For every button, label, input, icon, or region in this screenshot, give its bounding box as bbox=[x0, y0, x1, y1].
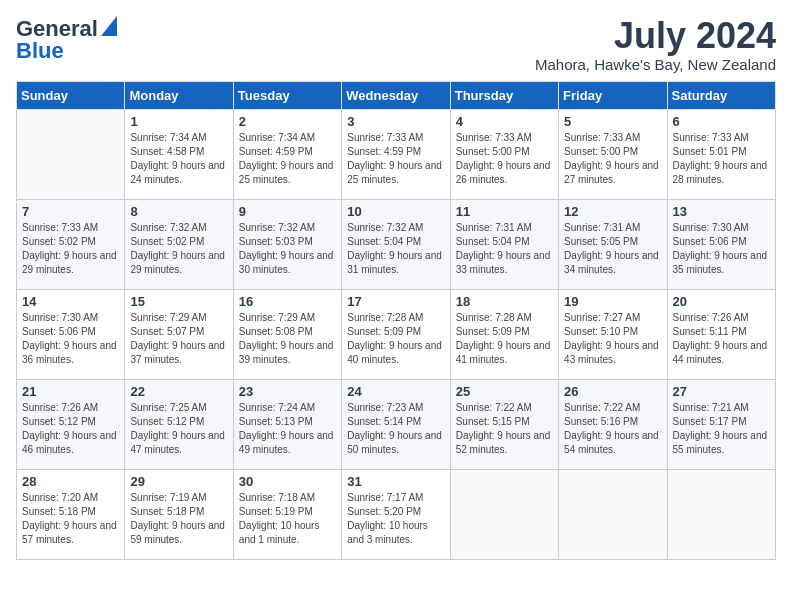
header-thursday: Thursday bbox=[450, 81, 558, 109]
day-info: Sunrise: 7:19 AMSunset: 5:18 PMDaylight:… bbox=[130, 492, 225, 545]
day-number: 13 bbox=[673, 204, 770, 219]
calendar-cell: 3Sunrise: 7:33 AMSunset: 4:59 PMDaylight… bbox=[342, 109, 450, 199]
day-number: 3 bbox=[347, 114, 444, 129]
calendar-cell: 20Sunrise: 7:26 AMSunset: 5:11 PMDayligh… bbox=[667, 289, 775, 379]
calendar-cell: 14Sunrise: 7:30 AMSunset: 5:06 PMDayligh… bbox=[17, 289, 125, 379]
day-number: 9 bbox=[239, 204, 336, 219]
day-info: Sunrise: 7:33 AMSunset: 5:01 PMDaylight:… bbox=[673, 132, 768, 185]
calendar-cell: 15Sunrise: 7:29 AMSunset: 5:07 PMDayligh… bbox=[125, 289, 233, 379]
day-number: 17 bbox=[347, 294, 444, 309]
header-monday: Monday bbox=[125, 81, 233, 109]
calendar-cell: 26Sunrise: 7:22 AMSunset: 5:16 PMDayligh… bbox=[559, 379, 667, 469]
day-number: 1 bbox=[130, 114, 227, 129]
calendar-cell: 6Sunrise: 7:33 AMSunset: 5:01 PMDaylight… bbox=[667, 109, 775, 199]
calendar-cell: 10Sunrise: 7:32 AMSunset: 5:04 PMDayligh… bbox=[342, 199, 450, 289]
day-number: 10 bbox=[347, 204, 444, 219]
calendar-cell: 1Sunrise: 7:34 AMSunset: 4:58 PMDaylight… bbox=[125, 109, 233, 199]
day-number: 23 bbox=[239, 384, 336, 399]
day-number: 16 bbox=[239, 294, 336, 309]
logo: General Blue bbox=[16, 16, 117, 64]
header-saturday: Saturday bbox=[667, 81, 775, 109]
logo-triangle-icon bbox=[101, 16, 117, 40]
calendar-cell: 11Sunrise: 7:31 AMSunset: 5:04 PMDayligh… bbox=[450, 199, 558, 289]
day-info: Sunrise: 7:28 AMSunset: 5:09 PMDaylight:… bbox=[456, 312, 551, 365]
header-tuesday: Tuesday bbox=[233, 81, 341, 109]
logo-blue: Blue bbox=[16, 38, 64, 64]
day-number: 26 bbox=[564, 384, 661, 399]
day-info: Sunrise: 7:33 AMSunset: 5:00 PMDaylight:… bbox=[564, 132, 659, 185]
calendar-table: SundayMondayTuesdayWednesdayThursdayFrid… bbox=[16, 81, 776, 560]
day-info: Sunrise: 7:32 AMSunset: 5:03 PMDaylight:… bbox=[239, 222, 334, 275]
calendar-cell: 8Sunrise: 7:32 AMSunset: 5:02 PMDaylight… bbox=[125, 199, 233, 289]
day-info: Sunrise: 7:31 AMSunset: 5:04 PMDaylight:… bbox=[456, 222, 551, 275]
calendar-cell: 7Sunrise: 7:33 AMSunset: 5:02 PMDaylight… bbox=[17, 199, 125, 289]
svg-marker-0 bbox=[101, 16, 117, 36]
header-wednesday: Wednesday bbox=[342, 81, 450, 109]
day-info: Sunrise: 7:17 AMSunset: 5:20 PMDaylight:… bbox=[347, 492, 428, 545]
calendar-cell: 13Sunrise: 7:30 AMSunset: 5:06 PMDayligh… bbox=[667, 199, 775, 289]
day-number: 27 bbox=[673, 384, 770, 399]
calendar-cell bbox=[559, 469, 667, 559]
calendar-header-row: SundayMondayTuesdayWednesdayThursdayFrid… bbox=[17, 81, 776, 109]
day-info: Sunrise: 7:33 AMSunset: 4:59 PMDaylight:… bbox=[347, 132, 442, 185]
day-number: 21 bbox=[22, 384, 119, 399]
day-info: Sunrise: 7:32 AMSunset: 5:02 PMDaylight:… bbox=[130, 222, 225, 275]
week-row-1: 1Sunrise: 7:34 AMSunset: 4:58 PMDaylight… bbox=[17, 109, 776, 199]
day-info: Sunrise: 7:31 AMSunset: 5:05 PMDaylight:… bbox=[564, 222, 659, 275]
day-number: 11 bbox=[456, 204, 553, 219]
day-info: Sunrise: 7:29 AMSunset: 5:07 PMDaylight:… bbox=[130, 312, 225, 365]
day-number: 2 bbox=[239, 114, 336, 129]
calendar-cell bbox=[450, 469, 558, 559]
calendar-cell: 29Sunrise: 7:19 AMSunset: 5:18 PMDayligh… bbox=[125, 469, 233, 559]
calendar-cell: 22Sunrise: 7:25 AMSunset: 5:12 PMDayligh… bbox=[125, 379, 233, 469]
calendar-cell: 12Sunrise: 7:31 AMSunset: 5:05 PMDayligh… bbox=[559, 199, 667, 289]
day-number: 29 bbox=[130, 474, 227, 489]
week-row-4: 21Sunrise: 7:26 AMSunset: 5:12 PMDayligh… bbox=[17, 379, 776, 469]
header-sunday: Sunday bbox=[17, 81, 125, 109]
day-number: 14 bbox=[22, 294, 119, 309]
day-info: Sunrise: 7:25 AMSunset: 5:12 PMDaylight:… bbox=[130, 402, 225, 455]
day-info: Sunrise: 7:33 AMSunset: 5:02 PMDaylight:… bbox=[22, 222, 117, 275]
day-number: 18 bbox=[456, 294, 553, 309]
day-number: 24 bbox=[347, 384, 444, 399]
calendar-cell: 30Sunrise: 7:18 AMSunset: 5:19 PMDayligh… bbox=[233, 469, 341, 559]
day-number: 4 bbox=[456, 114, 553, 129]
calendar-cell: 25Sunrise: 7:22 AMSunset: 5:15 PMDayligh… bbox=[450, 379, 558, 469]
week-row-5: 28Sunrise: 7:20 AMSunset: 5:18 PMDayligh… bbox=[17, 469, 776, 559]
calendar-cell: 23Sunrise: 7:24 AMSunset: 5:13 PMDayligh… bbox=[233, 379, 341, 469]
calendar-cell: 31Sunrise: 7:17 AMSunset: 5:20 PMDayligh… bbox=[342, 469, 450, 559]
calendar-cell: 28Sunrise: 7:20 AMSunset: 5:18 PMDayligh… bbox=[17, 469, 125, 559]
day-info: Sunrise: 7:26 AMSunset: 5:11 PMDaylight:… bbox=[673, 312, 768, 365]
day-number: 15 bbox=[130, 294, 227, 309]
day-info: Sunrise: 7:18 AMSunset: 5:19 PMDaylight:… bbox=[239, 492, 320, 545]
day-number: 6 bbox=[673, 114, 770, 129]
day-info: Sunrise: 7:34 AMSunset: 4:59 PMDaylight:… bbox=[239, 132, 334, 185]
page-header: General Blue July 2024 Mahora, Hawke's B… bbox=[16, 16, 776, 73]
day-info: Sunrise: 7:34 AMSunset: 4:58 PMDaylight:… bbox=[130, 132, 225, 185]
day-info: Sunrise: 7:27 AMSunset: 5:10 PMDaylight:… bbox=[564, 312, 659, 365]
calendar-cell: 2Sunrise: 7:34 AMSunset: 4:59 PMDaylight… bbox=[233, 109, 341, 199]
day-number: 31 bbox=[347, 474, 444, 489]
day-info: Sunrise: 7:24 AMSunset: 5:13 PMDaylight:… bbox=[239, 402, 334, 455]
calendar-cell: 27Sunrise: 7:21 AMSunset: 5:17 PMDayligh… bbox=[667, 379, 775, 469]
day-info: Sunrise: 7:28 AMSunset: 5:09 PMDaylight:… bbox=[347, 312, 442, 365]
week-row-3: 14Sunrise: 7:30 AMSunset: 5:06 PMDayligh… bbox=[17, 289, 776, 379]
day-number: 25 bbox=[456, 384, 553, 399]
calendar-cell: 18Sunrise: 7:28 AMSunset: 5:09 PMDayligh… bbox=[450, 289, 558, 379]
day-number: 7 bbox=[22, 204, 119, 219]
day-info: Sunrise: 7:21 AMSunset: 5:17 PMDaylight:… bbox=[673, 402, 768, 455]
calendar-cell: 24Sunrise: 7:23 AMSunset: 5:14 PMDayligh… bbox=[342, 379, 450, 469]
day-number: 8 bbox=[130, 204, 227, 219]
header-friday: Friday bbox=[559, 81, 667, 109]
calendar-cell: 5Sunrise: 7:33 AMSunset: 5:00 PMDaylight… bbox=[559, 109, 667, 199]
day-info: Sunrise: 7:22 AMSunset: 5:15 PMDaylight:… bbox=[456, 402, 551, 455]
calendar-cell: 17Sunrise: 7:28 AMSunset: 5:09 PMDayligh… bbox=[342, 289, 450, 379]
day-info: Sunrise: 7:33 AMSunset: 5:00 PMDaylight:… bbox=[456, 132, 551, 185]
calendar-cell: 4Sunrise: 7:33 AMSunset: 5:00 PMDaylight… bbox=[450, 109, 558, 199]
day-info: Sunrise: 7:23 AMSunset: 5:14 PMDaylight:… bbox=[347, 402, 442, 455]
day-info: Sunrise: 7:30 AMSunset: 5:06 PMDaylight:… bbox=[22, 312, 117, 365]
month-title: July 2024 bbox=[535, 16, 776, 56]
day-info: Sunrise: 7:30 AMSunset: 5:06 PMDaylight:… bbox=[673, 222, 768, 275]
calendar-cell bbox=[17, 109, 125, 199]
day-info: Sunrise: 7:29 AMSunset: 5:08 PMDaylight:… bbox=[239, 312, 334, 365]
